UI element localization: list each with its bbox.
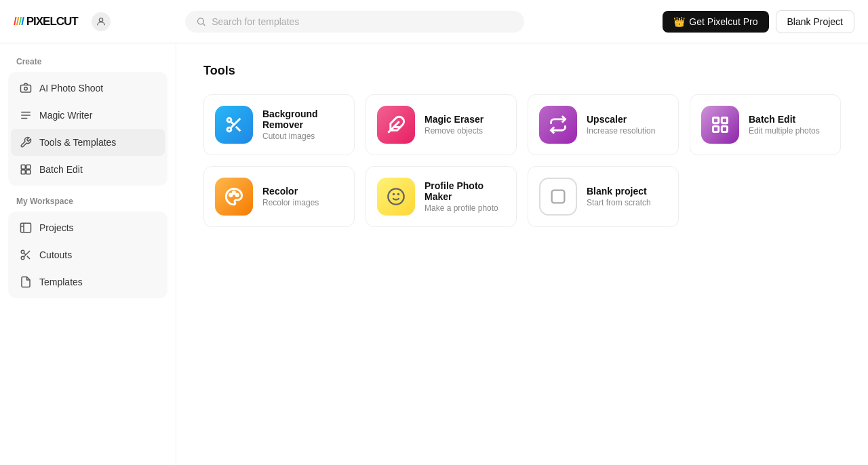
blank-project-name: Blank project (587, 186, 651, 197)
svg-rect-10 (21, 170, 25, 174)
svg-point-0 (99, 18, 102, 21)
background-remover-info: Background Remover Cutout images (262, 108, 343, 141)
logo-text: PIXELCUT (26, 15, 78, 28)
svg-rect-35 (552, 190, 565, 203)
create-label: Create (8, 57, 167, 72)
svg-rect-8 (21, 165, 25, 169)
svg-point-29 (230, 194, 233, 197)
create-section: Create AI Photo Shoot (8, 57, 167, 186)
blank-project-info: Blank project Start from scratch (587, 186, 651, 207)
svg-rect-25 (713, 118, 719, 123)
recolor-name: Recolor (262, 186, 319, 197)
tool-recolor[interactable]: Recolor Recolor images (203, 166, 355, 227)
sidebar: Create AI Photo Shoot (0, 43, 176, 465)
sidebar-item-label: AI Photo Shoot (39, 83, 103, 94)
upscaler-info: Upscaler Increase resolution (587, 114, 655, 136)
profile-photo-maker-desc: Make a profile photo (425, 203, 505, 213)
svg-rect-26 (722, 118, 727, 123)
main-layout: Create AI Photo Shoot (0, 43, 868, 465)
tool-batch-edit[interactable]: Batch Edit Edit multiple photos (690, 94, 841, 155)
svg-rect-12 (21, 223, 31, 232)
svg-rect-9 (26, 165, 31, 169)
tools-section-title: Tools (203, 64, 841, 78)
svg-point-31 (236, 194, 239, 197)
logo: //// PIXELCUT (14, 15, 78, 28)
workspace-group: Projects Cutouts (8, 211, 167, 298)
search-input[interactable] (212, 16, 513, 27)
tools-grid: Background Remover Cutout images Magic E… (203, 94, 841, 227)
svg-rect-11 (26, 170, 31, 174)
blank-project-label: Blank Project (787, 16, 843, 27)
blank-project-desc: Start from scratch (587, 198, 651, 207)
profile-photo-maker-icon (377, 178, 415, 216)
recolor-info: Recolor Recolor images (262, 186, 319, 207)
svg-rect-3 (21, 85, 31, 93)
sidebar-item-ai-photo-shoot[interactable]: AI Photo Shoot (11, 75, 165, 102)
sidebar-item-label: Templates (39, 277, 83, 287)
svg-rect-28 (722, 126, 727, 132)
header: //// PIXELCUT 👑 Get Pixelcut Pro Blank P… (0, 0, 868, 43)
upscaler-name: Upscaler (587, 114, 655, 125)
btn-pro-label: Get Pixelcut Pro (689, 16, 757, 27)
sidebar-item-projects[interactable]: Projects (11, 214, 165, 241)
crown-icon: 👑 (673, 16, 685, 27)
svg-line-17 (24, 253, 26, 255)
sidebar-item-magic-writer[interactable]: Magic Writer (11, 102, 165, 129)
magic-eraser-name: Magic Eraser (425, 114, 484, 125)
cutouts-icon (19, 248, 33, 262)
svg-point-32 (388, 188, 403, 204)
main-content: Tools Background Remover Cutout images (176, 43, 868, 465)
svg-point-18 (227, 118, 231, 122)
svg-line-22 (231, 121, 234, 125)
svg-point-1 (197, 18, 203, 24)
sidebar-item-cutouts[interactable]: Cutouts (11, 241, 165, 268)
header-actions: 👑 Get Pixelcut Pro Blank Project (663, 10, 854, 33)
search-bar (185, 11, 524, 33)
batch-edit-tool-icon (701, 106, 739, 144)
background-remover-desc: Cutout images (262, 132, 343, 141)
tool-blank-project[interactable]: Blank project Start from scratch (528, 166, 679, 227)
ai-photo-shoot-icon (19, 81, 33, 95)
sidebar-item-label: Batch Edit (39, 164, 83, 175)
create-group: AI Photo Shoot Magic Writer (8, 72, 167, 186)
sidebar-item-tools-templates[interactable]: Tools & Templates (11, 129, 165, 156)
sidebar-item-templates[interactable]: Templates (11, 268, 165, 296)
user-avatar[interactable] (92, 12, 111, 31)
get-pro-button[interactable]: 👑 Get Pixelcut Pro (663, 11, 768, 33)
tool-upscaler[interactable]: Upscaler Increase resolution (528, 94, 679, 155)
svg-line-16 (27, 256, 30, 259)
svg-point-30 (233, 191, 235, 194)
sidebar-item-label: Tools & Templates (39, 137, 116, 148)
magic-writer-icon (19, 108, 33, 122)
tool-profile-photo-maker[interactable]: Profile Photo Maker Make a profile photo (366, 166, 517, 227)
sidebar-item-label: Cutouts (39, 249, 72, 260)
upscaler-desc: Increase resolution (587, 126, 655, 136)
batch-edit-desc: Edit multiple photos (749, 126, 820, 136)
batch-edit-name: Batch Edit (749, 114, 820, 125)
svg-point-19 (227, 127, 231, 132)
magic-eraser-desc: Remove objects (425, 126, 484, 136)
magic-eraser-icon (377, 106, 415, 144)
batch-edit-icon (19, 163, 33, 176)
recolor-icon (215, 178, 253, 216)
profile-photo-maker-info: Profile Photo Maker Make a profile photo (425, 180, 505, 213)
profile-photo-maker-name: Profile Photo Maker (425, 180, 505, 202)
svg-line-21 (236, 127, 240, 131)
blank-project-tool-icon (539, 178, 577, 216)
svg-point-14 (21, 256, 24, 260)
svg-point-4 (24, 87, 28, 91)
tool-magic-eraser[interactable]: Magic Eraser Remove objects (366, 94, 517, 155)
tools-templates-icon (19, 136, 33, 149)
search-icon (196, 16, 206, 27)
upscaler-icon (539, 106, 577, 144)
tool-background-remover[interactable]: Background Remover Cutout images (203, 94, 355, 155)
templates-icon (19, 275, 33, 289)
blank-project-button[interactable]: Blank Project (776, 10, 854, 33)
svg-rect-27 (713, 126, 719, 132)
sidebar-item-label: Projects (39, 222, 74, 233)
sidebar-item-label: Magic Writer (39, 110, 92, 121)
batch-edit-info: Batch Edit Edit multiple photos (749, 114, 820, 136)
sidebar-item-batch-edit[interactable]: Batch Edit (11, 156, 165, 183)
magic-eraser-info: Magic Eraser Remove objects (425, 114, 484, 136)
background-remover-icon (215, 106, 253, 144)
